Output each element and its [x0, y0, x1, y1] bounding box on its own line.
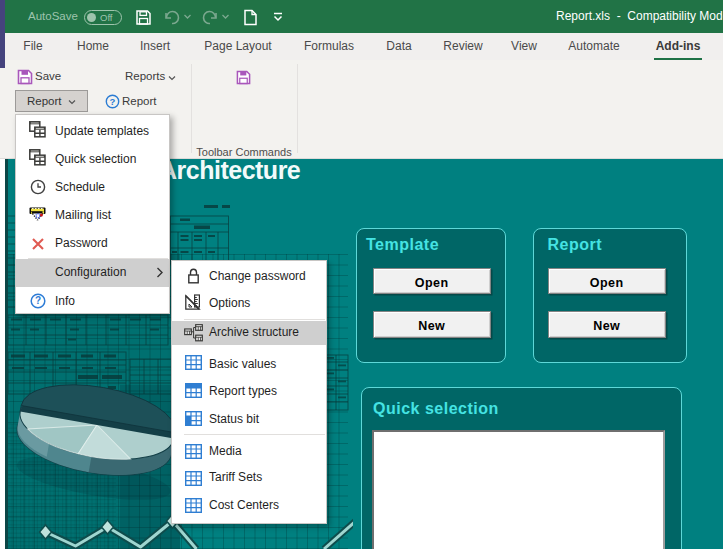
- svg-text:?: ?: [35, 295, 41, 306]
- svg-text:?: ?: [110, 96, 116, 107]
